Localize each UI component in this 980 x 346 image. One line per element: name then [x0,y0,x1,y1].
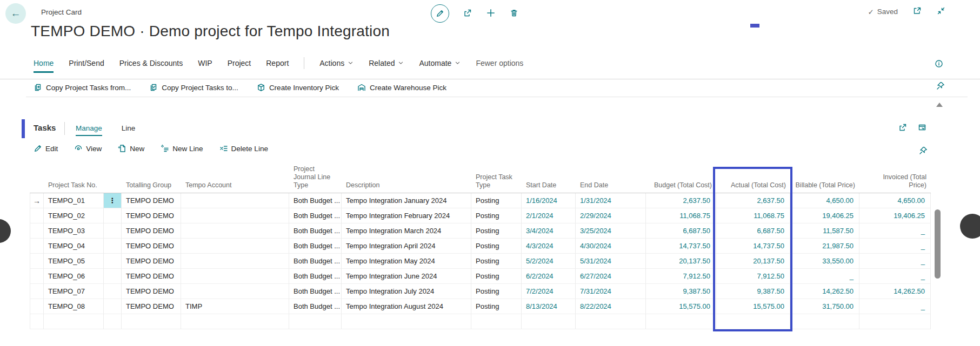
pin-toolbar-button[interactable] [919,146,928,157]
tasks-tab-manage[interactable]: Manage [76,124,102,132]
cell-task-no[interactable]: TEMPO_01 [44,193,104,208]
cell-billable[interactable]: 14,262.50 [790,284,859,299]
action-create-warehouse-pick[interactable]: Create Warehouse Pick [357,83,446,92]
cell-budget[interactable]: 6,687.50 [646,223,716,239]
cell-actual[interactable]: 11,068.75 [716,208,790,223]
cell-totalling-group[interactable]: TEMPO DEMO [122,193,181,208]
cell-task-no[interactable]: TEMPO_03 [44,223,104,239]
cell-task-type[interactable]: Posting [471,208,522,223]
menu-tab-project[interactable]: Project [228,59,251,67]
cell-line-type[interactable]: Both Budget ... [289,284,342,299]
collapse-button[interactable] [937,6,945,17]
cell-billable[interactable]: 31,750.00 [790,299,859,314]
cell-budget[interactable]: 9,387.50 [646,284,716,299]
cell-line-type[interactable]: Both Budget ... [289,223,342,239]
cell-actual[interactable]: 6,687.50 [716,223,790,239]
action-create-inventory-pick[interactable]: Create Inventory Pick [257,83,339,92]
cell-task-type[interactable]: Posting [471,299,522,314]
assist-edit-cell[interactable] [104,269,122,284]
cell-task-no[interactable] [44,314,104,329]
assist-edit-cell[interactable] [104,223,122,239]
cell-description[interactable]: Tempo Integration April 2024 [342,239,471,254]
column-header-description[interactable]: Description [342,169,471,193]
cell-tempo-account[interactable] [181,284,289,299]
cell-invoiced[interactable] [859,314,931,329]
cell-tempo-account[interactable] [181,223,289,239]
cell-budget[interactable] [646,314,716,329]
cell-start-date[interactable]: 6/2/2024 [522,269,576,284]
tasks-share-button[interactable] [898,123,907,133]
cell-tempo-account[interactable] [181,269,289,284]
cell-tempo-account[interactable] [181,193,289,208]
cell-tempo-account[interactable]: TIMP [181,299,289,314]
back-button[interactable]: ← [5,3,26,24]
menu-tab-report[interactable]: Report [266,59,289,67]
cell-task-type[interactable]: Posting [471,223,522,239]
column-header-tempo-account[interactable]: Tempo Account [181,169,289,193]
action-copy-project-tasks-to[interactable]: Copy Project Tasks to... [149,83,238,92]
column-header-project-task-type[interactable]: Project Task Type [471,169,522,193]
edit-record-button[interactable] [431,4,449,23]
menu-tab-related[interactable]: Related [369,59,404,67]
cell-start-date[interactable]: 2/1/2024 [522,208,576,223]
assist-edit-cell[interactable] [104,284,122,299]
cell-task-type[interactable]: Posting [471,269,522,284]
cell-start-date[interactable] [522,314,576,329]
cell-billable[interactable] [790,314,859,329]
cell-start-date[interactable]: 5/2/2024 [522,254,576,269]
column-header-start-date[interactable]: Start Date [522,169,576,193]
cell-totalling-group[interactable]: TEMPO DEMO [122,239,181,254]
toolbar-delete-line-button[interactable]: Delete Line [219,144,268,153]
cell-invoiced[interactable]: _ [859,299,931,314]
cell-invoiced[interactable]: _ [859,223,931,239]
cell-end-date[interactable]: 1/31/2024 [576,193,646,208]
cell-end-date[interactable] [576,314,646,329]
cell-start-date[interactable]: 7/2/2024 [522,284,576,299]
column-header-invoiced-total-price[interactable]: Invoiced (Total Price) [859,169,931,193]
cell-line-type[interactable]: Both Budget ... [289,299,342,314]
toolbar-new-line-button[interactable]: New Line [161,144,203,153]
cell-billable[interactable]: 4,650.00 [790,193,859,208]
menu-tab-actions[interactable]: Actions [319,59,354,67]
share-button[interactable] [463,9,472,19]
cell-task-no[interactable]: TEMPO_05 [44,254,104,269]
column-header-billable-total-price[interactable]: Billable (Total Price) [790,169,859,193]
cell-task-no[interactable]: TEMPO_06 [44,269,104,284]
scrollbar-up-arrow[interactable] [936,103,943,107]
cell-totalling-group[interactable]: TEMPO DEMO [122,208,181,223]
cell-end-date[interactable]: 7/31/2024 [576,284,646,299]
cell-task-type[interactable] [471,314,522,329]
cell-actual[interactable] [716,314,790,329]
cell-task-no[interactable]: TEMPO_02 [44,208,104,223]
cell-invoiced[interactable]: 4,650.00 [859,193,931,208]
cell-line-type[interactable]: Both Budget ... [289,193,342,208]
cell-actual[interactable]: 2,637.50 [716,193,790,208]
cell-actual[interactable]: 14,737.50 [716,239,790,254]
tasks-tab-line[interactable]: Line [122,124,136,132]
menu-tab-prices-discounts[interactable]: Prices & Discounts [119,59,183,67]
cell-billable[interactable]: 33,550.00 [790,254,859,269]
cell-totalling-group[interactable]: TEMPO DEMO [122,223,181,239]
cell-end-date[interactable]: 8/22/2024 [576,299,646,314]
cell-task-no[interactable]: TEMPO_07 [44,284,104,299]
assist-edit-cell[interactable] [104,314,122,329]
cell-description[interactable]: Tempo Integration August 2024 [342,299,471,314]
cell-end-date[interactable]: 5/31/2024 [576,254,646,269]
cell-invoiced[interactable]: _ [859,254,931,269]
cell-line-type[interactable]: Both Budget ... [289,269,342,284]
cell-start-date[interactable]: 8/13/2024 [522,299,576,314]
cell-description[interactable] [342,314,471,329]
cell-line-type[interactable]: Both Budget ... [289,239,342,254]
cell-billable[interactable]: 19,406.25 [790,208,859,223]
cell-task-no[interactable]: TEMPO_08 [44,299,104,314]
cell-task-type[interactable]: Posting [471,284,522,299]
toolbar-view-button[interactable]: View [74,144,102,153]
menu-tab-wip[interactable]: WIP [198,59,212,67]
cell-description[interactable]: Tempo Integration January 2024 [342,193,471,208]
cell-line-type[interactable] [289,314,342,329]
cell-description[interactable]: Tempo Integration March 2024 [342,223,471,239]
assist-edit-cell[interactable] [104,239,122,254]
cell-budget[interactable]: 2,637.50 [646,193,716,208]
cell-tempo-account[interactable] [181,254,289,269]
assist-edit-cell[interactable] [104,208,122,223]
